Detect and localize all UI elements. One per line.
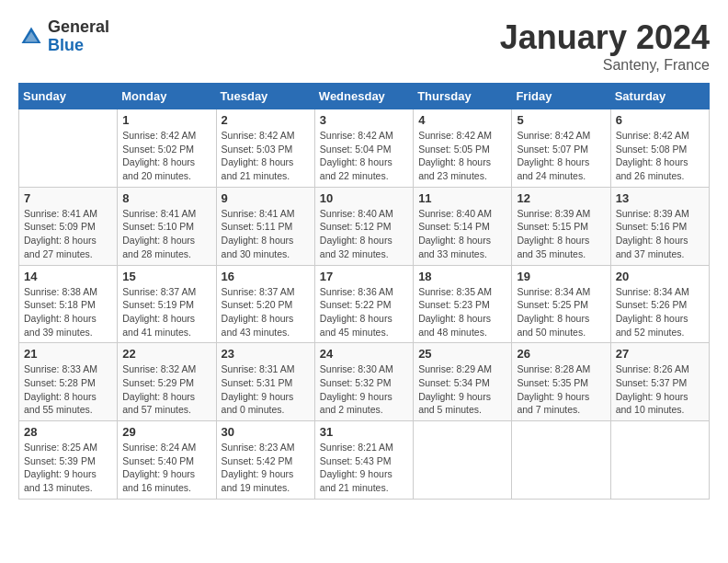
calendar-cell: 7Sunrise: 8:41 AMSunset: 5:09 PMDaylight…: [19, 187, 118, 265]
calendar-cell: 23Sunrise: 8:31 AMSunset: 5:31 PMDayligh…: [216, 343, 314, 421]
calendar-cell: [512, 421, 610, 500]
day-info: Sunrise: 8:37 AMSunset: 5:19 PMDaylight:…: [122, 285, 210, 339]
day-number: 2: [222, 113, 310, 127]
day-number: 24: [320, 347, 408, 361]
day-number: 18: [418, 270, 506, 283]
day-info: Sunrise: 8:28 AMSunset: 5:35 PMDaylight:…: [517, 362, 605, 417]
day-info: Sunrise: 8:42 AMSunset: 5:03 PMDaylight:…: [222, 129, 310, 183]
day-header-sunday: Sunday: [19, 84, 118, 109]
day-number: 3: [320, 113, 408, 127]
day-number: 10: [320, 191, 408, 205]
day-number: 20: [616, 270, 704, 283]
day-number: 26: [517, 347, 605, 361]
calendar-cell: 5Sunrise: 8:42 AMSunset: 5:07 PMDaylight…: [512, 109, 610, 188]
day-number: 31: [320, 425, 408, 439]
location-subtitle: Santeny, France: [500, 57, 710, 74]
calendar-cell: 8Sunrise: 8:41 AMSunset: 5:10 PMDaylight…: [118, 187, 216, 265]
day-number: 19: [517, 270, 605, 283]
day-number: 16: [222, 270, 310, 283]
calendar-cell: [19, 109, 118, 188]
calendar-week-2: 7Sunrise: 8:41 AMSunset: 5:09 PMDaylight…: [19, 187, 710, 265]
calendar-cell: 3Sunrise: 8:42 AMSunset: 5:04 PMDaylight…: [314, 109, 413, 188]
day-header-thursday: Thursday: [414, 84, 512, 109]
day-number: 15: [122, 270, 210, 283]
calendar-week-4: 21Sunrise: 8:33 AMSunset: 5:28 PMDayligh…: [19, 343, 710, 421]
day-number: 4: [418, 113, 506, 127]
calendar-cell: 2Sunrise: 8:42 AMSunset: 5:03 PMDaylight…: [216, 109, 314, 188]
header-row: SundayMondayTuesdayWednesdayThursdayFrid…: [19, 84, 710, 109]
calendar-cell: 16Sunrise: 8:37 AMSunset: 5:20 PMDayligh…: [216, 265, 314, 343]
day-info: Sunrise: 8:36 AMSunset: 5:22 PMDaylight:…: [320, 285, 408, 339]
day-number: 11: [418, 191, 506, 205]
calendar-cell: [414, 421, 512, 500]
day-number: 25: [418, 347, 506, 361]
calendar-cell: 14Sunrise: 8:38 AMSunset: 5:18 PMDayligh…: [19, 265, 118, 343]
day-number: 6: [616, 113, 704, 127]
calendar-week-1: 1Sunrise: 8:42 AMSunset: 5:02 PMDaylight…: [19, 109, 710, 188]
day-number: 12: [517, 191, 605, 205]
day-number: 30: [222, 425, 310, 439]
day-number: 8: [122, 191, 210, 205]
day-info: Sunrise: 8:42 AMSunset: 5:04 PMDaylight:…: [320, 129, 408, 183]
day-info: Sunrise: 8:42 AMSunset: 5:07 PMDaylight:…: [517, 129, 605, 183]
calendar-cell: 20Sunrise: 8:34 AMSunset: 5:26 PMDayligh…: [610, 265, 709, 343]
day-info: Sunrise: 8:25 AMSunset: 5:39 PMDaylight:…: [24, 441, 112, 495]
day-header-saturday: Saturday: [610, 84, 709, 109]
day-number: 21: [24, 347, 112, 361]
calendar-week-3: 14Sunrise: 8:38 AMSunset: 5:18 PMDayligh…: [19, 265, 710, 343]
day-number: 5: [517, 113, 605, 127]
day-number: 27: [616, 347, 704, 361]
day-info: Sunrise: 8:35 AMSunset: 5:23 PMDaylight:…: [418, 285, 506, 339]
calendar-cell: 12Sunrise: 8:39 AMSunset: 5:15 PMDayligh…: [512, 187, 610, 265]
day-info: Sunrise: 8:39 AMSunset: 5:15 PMDaylight:…: [517, 207, 605, 261]
calendar-cell: 6Sunrise: 8:42 AMSunset: 5:08 PMDaylight…: [610, 109, 709, 188]
calendar-cell: 21Sunrise: 8:33 AMSunset: 5:28 PMDayligh…: [19, 343, 118, 421]
title-block: January 2024 Santeny, France: [500, 18, 710, 74]
day-info: Sunrise: 8:40 AMSunset: 5:12 PMDaylight:…: [320, 207, 408, 261]
calendar-cell: 29Sunrise: 8:24 AMSunset: 5:40 PMDayligh…: [118, 421, 216, 500]
day-info: Sunrise: 8:38 AMSunset: 5:18 PMDaylight:…: [24, 285, 112, 339]
calendar-cell: 30Sunrise: 8:23 AMSunset: 5:42 PMDayligh…: [216, 421, 314, 500]
day-number: 22: [122, 347, 210, 361]
calendar-cell: 18Sunrise: 8:35 AMSunset: 5:23 PMDayligh…: [414, 265, 512, 343]
day-info: Sunrise: 8:33 AMSunset: 5:28 PMDaylight:…: [24, 362, 112, 417]
logo-general-text: General: [48, 18, 109, 37]
day-number: 1: [122, 113, 210, 127]
day-info: Sunrise: 8:34 AMSunset: 5:25 PMDaylight:…: [517, 285, 605, 339]
calendar-cell: 1Sunrise: 8:42 AMSunset: 5:02 PMDaylight…: [118, 109, 216, 188]
calendar-cell: 28Sunrise: 8:25 AMSunset: 5:39 PMDayligh…: [19, 421, 118, 500]
calendar-cell: 10Sunrise: 8:40 AMSunset: 5:12 PMDayligh…: [314, 187, 413, 265]
day-info: Sunrise: 8:34 AMSunset: 5:26 PMDaylight:…: [616, 285, 704, 339]
day-info: Sunrise: 8:24 AMSunset: 5:40 PMDaylight:…: [122, 441, 210, 495]
calendar-cell: 11Sunrise: 8:40 AMSunset: 5:14 PMDayligh…: [414, 187, 512, 265]
calendar-cell: 26Sunrise: 8:28 AMSunset: 5:35 PMDayligh…: [512, 343, 610, 421]
calendar-cell: 24Sunrise: 8:30 AMSunset: 5:32 PMDayligh…: [314, 343, 413, 421]
day-info: Sunrise: 8:37 AMSunset: 5:20 PMDaylight:…: [222, 285, 310, 339]
calendar-cell: 22Sunrise: 8:32 AMSunset: 5:29 PMDayligh…: [118, 343, 216, 421]
calendar-week-5: 28Sunrise: 8:25 AMSunset: 5:39 PMDayligh…: [19, 421, 710, 500]
day-info: Sunrise: 8:23 AMSunset: 5:42 PMDaylight:…: [222, 441, 310, 495]
day-number: 23: [222, 347, 310, 361]
calendar-cell: 27Sunrise: 8:26 AMSunset: 5:37 PMDayligh…: [610, 343, 709, 421]
day-info: Sunrise: 8:31 AMSunset: 5:31 PMDaylight:…: [222, 362, 310, 417]
day-number: 7: [24, 191, 112, 205]
calendar-cell: 13Sunrise: 8:39 AMSunset: 5:16 PMDayligh…: [610, 187, 709, 265]
day-header-monday: Monday: [118, 84, 216, 109]
day-number: 9: [222, 191, 310, 205]
day-number: 17: [320, 270, 408, 283]
calendar-cell: 17Sunrise: 8:36 AMSunset: 5:22 PMDayligh…: [314, 265, 413, 343]
logo-blue-text: Blue: [48, 37, 109, 55]
day-info: Sunrise: 8:21 AMSunset: 5:43 PMDaylight:…: [320, 441, 408, 495]
day-number: 14: [24, 270, 112, 283]
day-info: Sunrise: 8:41 AMSunset: 5:11 PMDaylight:…: [222, 207, 310, 261]
calendar-cell: [610, 421, 709, 500]
day-number: 28: [24, 425, 112, 439]
month-title: January 2024: [500, 18, 710, 57]
day-header-tuesday: Tuesday: [216, 84, 314, 109]
day-info: Sunrise: 8:26 AMSunset: 5:37 PMDaylight:…: [616, 362, 704, 417]
page-header: General Blue January 2024 Santeny, Franc…: [18, 18, 710, 74]
day-info: Sunrise: 8:32 AMSunset: 5:29 PMDaylight:…: [122, 362, 210, 417]
day-info: Sunrise: 8:42 AMSunset: 5:05 PMDaylight:…: [418, 129, 506, 183]
calendar-cell: 9Sunrise: 8:41 AMSunset: 5:11 PMDaylight…: [216, 187, 314, 265]
day-info: Sunrise: 8:42 AMSunset: 5:08 PMDaylight:…: [616, 129, 704, 183]
